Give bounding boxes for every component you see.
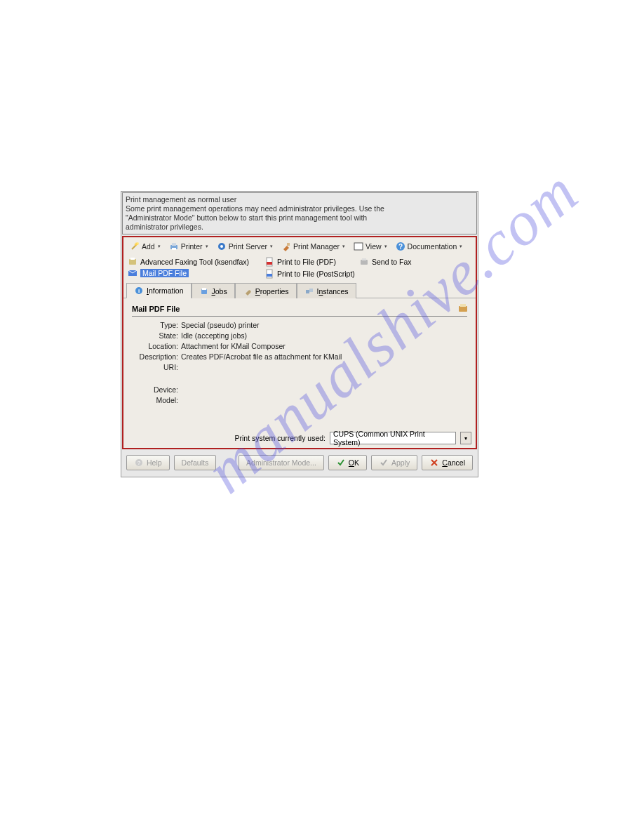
value-state: Idle (accepting jobs) (181, 331, 467, 340)
select-dropdown-arrow[interactable]: ▾ (460, 432, 471, 444)
print-server-button[interactable]: Print Server ▾ (213, 239, 276, 253)
tabs-bar: i Information Jobs Properties (123, 282, 476, 298)
print-manager-label: Print Manager (293, 242, 340, 251)
help-icon: ? (396, 241, 405, 251)
label-device: Device: (132, 385, 181, 394)
svg-rect-8 (354, 243, 363, 250)
ok-button[interactable]: OK (328, 455, 367, 470)
ok-label: OK (349, 458, 359, 467)
documentation-button[interactable]: ? Documentation ▾ (392, 239, 467, 253)
value-description: Creates PDF/Acrobat file as attachment f… (181, 352, 467, 361)
svg-text:i: i (138, 288, 140, 294)
value-device (181, 385, 467, 394)
defaults-button[interactable]: Defaults (174, 455, 217, 470)
printer-item-ksendfax[interactable]: Advanced Faxing Tool (ksendfax) (126, 256, 263, 267)
svg-rect-18 (267, 274, 272, 277)
tab-instances[interactable]: Instances (297, 283, 356, 298)
svg-rect-14 (361, 260, 368, 265)
svg-rect-26 (460, 304, 466, 307)
label-model: Model: (132, 396, 181, 404)
printer-item-pdf[interactable]: Print to File (PDF) (263, 256, 358, 267)
cancel-icon (429, 458, 439, 468)
wrench-icon (243, 286, 253, 296)
tab-information[interactable]: i Information (126, 283, 192, 298)
dropdown-arrow-icon: ▾ (270, 244, 273, 249)
dropdown-arrow-icon: ▾ (384, 244, 387, 249)
value-location: Attachment for KMail Composer (181, 342, 467, 350)
svg-rect-15 (362, 258, 366, 260)
printer-label: Print to File (PostScript) (277, 270, 355, 278)
help-label: Help (147, 458, 162, 467)
print-system-row: Print system currently used: CUPS (Commo… (123, 428, 476, 448)
printer-button[interactable]: Printer ▾ (166, 239, 212, 253)
dropdown-arrow-icon: ▾ (342, 244, 345, 249)
apply-button[interactable]: Apply (371, 455, 417, 470)
svg-rect-22 (202, 288, 206, 290)
admin-mode-button[interactable]: Administrator Mode... (239, 455, 324, 470)
printer-item-postscript[interactable]: Print to File (PostScript) (263, 267, 358, 279)
info-icon: i (134, 286, 144, 296)
defaults-label: Defaults (182, 458, 209, 467)
add-button[interactable]: Add ▾ (126, 239, 164, 253)
tab-label: Instances (317, 287, 349, 296)
info-panel: Mail PDF File Type: Special (pseudo) pri… (123, 298, 476, 411)
info-title-row: Mail PDF File (132, 304, 467, 317)
label-uri: URI: (132, 363, 181, 371)
cancel-button[interactable]: Cancel (422, 455, 473, 470)
help-button[interactable]: ? Help (126, 455, 170, 470)
view-button[interactable]: View ▾ (350, 239, 391, 253)
label-state: State: (132, 331, 181, 340)
printer-item-mailpdf[interactable]: Mail PDF File (126, 267, 190, 279)
tab-label: Jobs (212, 287, 227, 296)
cancel-label: Cancel (442, 458, 465, 467)
notice-line1: Print management as normal user (126, 195, 474, 204)
value-model (181, 396, 467, 404)
notice-line2: Some print management operations may nee… (126, 204, 474, 213)
dropdown-arrow-icon: ▾ (206, 244, 208, 249)
fax-icon (128, 257, 137, 267)
toolbar: Add ▾ Printer ▾ Print Server ▾ (123, 237, 476, 256)
svg-rect-12 (130, 258, 135, 260)
svg-rect-4 (172, 248, 176, 250)
svg-rect-7 (287, 243, 290, 246)
main-panel: Add ▾ Printer ▾ Print Server ▾ (122, 236, 477, 449)
tab-label: Properties (255, 287, 289, 296)
print-manager-button[interactable]: Print Manager ▾ (278, 239, 349, 253)
tab-jobs[interactable]: Jobs (192, 283, 235, 298)
gear-icon (217, 241, 227, 251)
info-grid: Type: Special (pseudo) printer State: Id… (132, 321, 467, 404)
pdf-icon (264, 257, 274, 267)
apply-label: Apply (391, 458, 410, 467)
dropdown-arrow-icon: ▾ (459, 244, 462, 249)
notice-box: Print management as normal user Some pri… (122, 192, 477, 234)
help-icon: ? (134, 458, 144, 468)
svg-rect-23 (306, 290, 309, 293)
admin-label: Administrator Mode... (246, 458, 316, 467)
print-management-dialog: Print management as normal user Some pri… (121, 191, 478, 477)
svg-rect-21 (201, 289, 207, 294)
check-icon (336, 458, 346, 468)
printer-item-sendfax[interactable]: Send to Fax (358, 256, 473, 267)
printer-icon (169, 241, 179, 251)
check-grey-icon (379, 458, 389, 468)
label-location: Location: (132, 342, 181, 350)
notice-line4: administrator privileges. (126, 223, 474, 232)
printers-list: Advanced Faxing Tool (ksendfax) Print to… (123, 256, 476, 281)
tool-icon (281, 241, 291, 251)
print-system-select[interactable]: CUPS (Common UNIX Print System) (330, 432, 456, 444)
print-system-value: CUPS (Common UNIX Print System) (333, 430, 452, 446)
fax-send-icon (359, 257, 369, 267)
label-description: Description: (132, 352, 181, 361)
printer-item-mailpdf-wrap: Mail PDF File (126, 267, 263, 279)
value-type: Special (pseudo) printer (181, 321, 467, 329)
print-system-label: Print system currently used: (234, 434, 326, 442)
label-type: Type: (132, 321, 181, 329)
printer-label: Mail PDF File (140, 269, 189, 277)
svg-rect-11 (129, 259, 136, 265)
tab-label: Information (147, 286, 184, 295)
printer-info-icon (457, 304, 467, 314)
tab-properties[interactable]: Properties (235, 283, 297, 298)
add-label: Add (142, 242, 155, 251)
documentation-label: Documentation (408, 242, 457, 251)
notice-line3: "Administrator Mode" button below to sta… (126, 213, 474, 223)
